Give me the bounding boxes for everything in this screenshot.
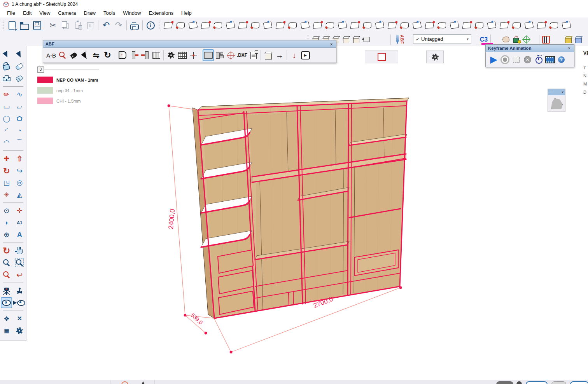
extension-tool-05[interactable]	[212, 19, 224, 31]
model-info[interactable]	[144, 19, 157, 31]
frame-red-tool[interactable]	[541, 34, 551, 45]
flip-along[interactable]: ◭	[14, 189, 25, 200]
extension-tool-18[interactable]	[373, 19, 386, 31]
move-points[interactable]	[188, 49, 199, 61]
run-export[interactable]	[300, 49, 311, 61]
scene-camera[interactable]	[361, 34, 371, 45]
extension-b[interactable]: ✕	[14, 313, 25, 324]
paint-bucket[interactable]	[1, 61, 12, 72]
extension-c[interactable]: ≣	[1, 325, 12, 336]
close-icon[interactable]: ×	[567, 46, 572, 51]
axes-tool[interactable]: ✳	[1, 189, 12, 200]
walk[interactable]	[14, 285, 25, 296]
freehand[interactable]: ∿	[14, 89, 25, 100]
extension-tool-02[interactable]	[174, 19, 187, 31]
extension-tool-19[interactable]	[386, 19, 398, 31]
add-tag[interactable]	[68, 49, 79, 61]
status-pill-3[interactable]	[526, 381, 548, 384]
select-frames[interactable]	[511, 54, 522, 65]
orbit[interactable]: ↻	[1, 245, 12, 256]
menu-window[interactable]: Window	[119, 9, 145, 17]
look-around[interactable]	[1, 297, 12, 308]
corner-box-yellow[interactable]	[563, 34, 573, 45]
download[interactable]: ↓	[289, 49, 300, 61]
clay-tool[interactable]	[501, 34, 511, 45]
abf-panel-header[interactable]: ABF x	[43, 40, 336, 48]
print[interactable]	[128, 19, 141, 31]
print-labels[interactable]	[248, 49, 259, 61]
line[interactable]: ✏	[1, 89, 12, 100]
extension-tool-33[interactable]	[560, 19, 572, 31]
two-point-arc[interactable]: ◜	[1, 125, 12, 136]
close-icon[interactable]: x	[562, 90, 564, 94]
scale[interactable]: ◳	[1, 177, 12, 188]
extension-d[interactable]	[14, 325, 25, 336]
extension-tool-04[interactable]	[199, 19, 212, 31]
record-keyframe[interactable]	[499, 54, 511, 65]
status-pill-4[interactable]	[551, 381, 566, 384]
extension-tool-30[interactable]	[523, 19, 535, 31]
preview-board[interactable]	[203, 49, 214, 61]
extension-tool-32[interactable]	[548, 19, 560, 31]
extension-tool-28[interactable]	[498, 19, 510, 31]
extension-tool-12[interactable]	[299, 19, 311, 31]
report-table[interactable]	[177, 49, 188, 61]
gear-icon[interactable]	[432, 54, 439, 61]
extension-tool-01[interactable]	[162, 19, 174, 31]
move[interactable]: ✚	[1, 153, 12, 164]
extension-tool-13[interactable]	[311, 19, 324, 31]
extension-tool-20[interactable]	[398, 19, 411, 31]
menu-edit[interactable]: Edit	[19, 9, 35, 17]
follow-me[interactable]: ↪	[14, 165, 25, 176]
tag-filter-dropdown[interactable]: ✓ Untagged ▾	[413, 34, 471, 44]
rectangle[interactable]: ▭	[1, 101, 12, 112]
menu-view[interactable]: View	[35, 9, 54, 17]
extension-tool-21[interactable]	[411, 19, 423, 31]
refresh[interactable]: ↻	[102, 49, 113, 61]
mirror-flip[interactable]: ⇋	[91, 49, 102, 61]
section-eye[interactable]	[14, 297, 25, 308]
new-document[interactable]	[6, 19, 18, 31]
palette-shape-swatch[interactable]	[551, 98, 563, 109]
mesh-tool[interactable]	[521, 34, 531, 45]
toolbar-grip[interactable]	[2, 20, 4, 30]
fold-panel[interactable]	[117, 49, 128, 61]
remove-keyframe[interactable]	[522, 54, 533, 65]
cutlist-columns[interactable]	[150, 49, 162, 61]
extension-tool-11[interactable]	[286, 19, 299, 31]
previous-view[interactable]: ↩	[14, 269, 25, 280]
active-color-well[interactable]	[378, 53, 386, 61]
toolbar-grip[interactable]	[158, 20, 160, 30]
menu-tools[interactable]: Tools	[100, 9, 119, 17]
settings[interactable]	[165, 49, 177, 61]
ab-dimension[interactable]: A-B	[46, 49, 57, 61]
menu-help[interactable]: Help	[177, 9, 196, 17]
status-pill-2[interactable]	[516, 381, 522, 384]
extension-tool-10[interactable]	[274, 19, 286, 31]
delete[interactable]	[84, 19, 96, 31]
lasso-select[interactable]	[14, 49, 25, 60]
undo[interactable]: ↶	[100, 19, 112, 31]
pan[interactable]	[14, 245, 25, 256]
zoom-extents[interactable]	[1, 269, 12, 280]
menu-file[interactable]: File	[3, 9, 19, 17]
chevron-down-icon[interactable]: ▾	[464, 37, 471, 41]
edge-band-right[interactable]	[139, 49, 150, 61]
layout-boards[interactable]	[214, 49, 225, 61]
position-camera[interactable]	[1, 285, 12, 296]
extension-tool-23[interactable]	[436, 19, 448, 31]
redo[interactable]: ↷	[112, 19, 125, 31]
abf-drill-tool[interactable]: ABF	[392, 34, 402, 45]
search[interactable]	[57, 49, 68, 61]
three-point-arc[interactable]: ◠	[1, 137, 12, 148]
extension-tool-17[interactable]	[361, 19, 373, 31]
edge-band-left[interactable]	[128, 49, 139, 61]
eraser[interactable]	[14, 61, 25, 72]
pick-arrow[interactable]	[79, 49, 91, 61]
tape-measure[interactable]: ⊙	[1, 205, 12, 216]
send-forward[interactable]: →	[274, 49, 285, 61]
material-picker[interactable]	[511, 34, 521, 45]
axes[interactable]: ⊕	[1, 229, 12, 240]
pie[interactable]: ◔	[14, 125, 25, 136]
rotated-rectangle[interactable]: ▱	[14, 101, 25, 112]
